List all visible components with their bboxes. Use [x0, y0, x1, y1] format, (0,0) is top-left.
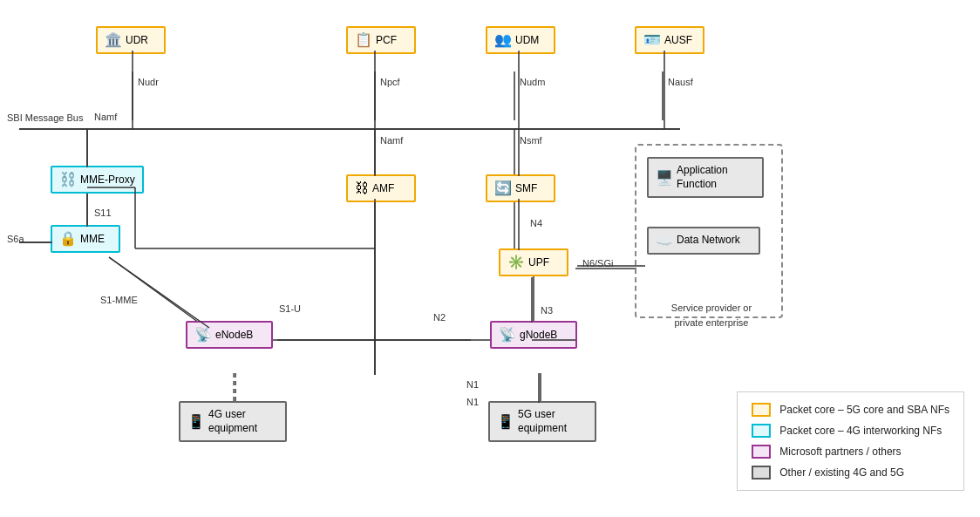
upf-label: UPF: [528, 256, 549, 269]
npcf-label: Npcf: [380, 77, 400, 87]
legend-item-cyan: Packet core – 4G interworking NFs: [752, 424, 949, 438]
upf-icon: ✳️: [507, 255, 525, 269]
mme-label: MME: [80, 233, 105, 245]
legend-text-cyan: Packet core – 4G interworking NFs: [779, 425, 942, 437]
ausf-icon: 🪪: [643, 33, 661, 47]
amf-icon: ⛓: [355, 181, 369, 195]
diagram: 🏛️ UDR 📋 PCF 👥 UDM 🪪 AUSF Nudr Npcf Nudm…: [0, 0, 980, 517]
legend-box-cyan: [752, 424, 771, 438]
svg-line-10: [109, 257, 205, 327]
mme-proxy-node: ⛓️ MME-Proxy: [51, 166, 144, 194]
enodeb-node: 📡 eNodeB: [186, 321, 273, 349]
namf-amf-label: Namf: [380, 135, 403, 146]
n2-label: N2: [433, 312, 446, 323]
legend-box-yellow: [752, 403, 771, 417]
s1mme-label: S1-MME: [100, 295, 138, 305]
s6a-label: S6a: [7, 234, 24, 244]
af-node: 🖥️ Application Function: [647, 157, 764, 198]
pcf-node: 📋 PCF: [346, 26, 416, 54]
ue5g-node: 📱 5G user equipment: [488, 401, 596, 442]
n4-label: N4: [530, 218, 542, 228]
service-provider-label: Service provider orprivate enterprise: [647, 301, 776, 330]
n1-top-label: N1: [466, 379, 479, 390]
nudm-label: Nudm: [520, 77, 545, 87]
udr-node: 🏛️ UDR: [96, 26, 166, 54]
udr-label: UDR: [126, 34, 148, 46]
s1u-label: S1-U: [279, 303, 301, 314]
af-icon: 🖥️: [656, 171, 673, 185]
amf-node: ⛓ AMF: [346, 174, 416, 202]
legend-box-gray: [752, 466, 771, 480]
legend: Packet core – 5G core and SBA NFs Packet…: [737, 391, 964, 491]
ue4g-icon: 📱: [187, 415, 205, 429]
ausf-label: AUSF: [664, 34, 692, 46]
pcf-icon: 📋: [355, 33, 372, 47]
mme-proxy-label: MME-Proxy: [80, 173, 135, 186]
ue4g-label: 4G user equipment: [208, 408, 278, 435]
udm-icon: 👥: [494, 33, 512, 47]
amf-label: AMF: [372, 182, 394, 194]
dn-label: Data Network: [677, 234, 740, 248]
dn-icon: ☁️: [656, 234, 673, 248]
nausf-label: Nausf: [668, 77, 693, 87]
smf-icon: 🔄: [494, 181, 512, 195]
udr-icon: 🏛️: [105, 33, 122, 47]
namf-left-label: Namf: [94, 112, 117, 122]
legend-text-yellow: Packet core – 5G core and SBA NFs: [779, 404, 949, 416]
upf-node: ✳️ UPF: [499, 248, 568, 276]
sbi-label: SBI Message Bus: [7, 112, 83, 125]
n1-bot-label: N1: [466, 397, 479, 407]
legend-item-purple: Microsoft partners / others: [752, 445, 949, 459]
enodeb-label: eNodeB: [215, 329, 253, 341]
smf-label: SMF: [515, 182, 537, 194]
nudr-label: Nudr: [138, 77, 159, 87]
svg-line-30: [109, 257, 209, 328]
legend-box-purple: [752, 445, 771, 459]
legend-item-gray: Other / existing 4G and 5G: [752, 466, 949, 480]
gnodeb-node: 📡 gNodeB: [490, 321, 577, 349]
legend-item-yellow: Packet core – 5G core and SBA NFs: [752, 403, 949, 417]
udm-label: UDM: [515, 34, 539, 46]
ue5g-label: 5G user equipment: [518, 408, 588, 435]
legend-text-purple: Microsoft partners / others: [779, 446, 901, 458]
ue4g-node: 📱 4G user equipment: [179, 401, 287, 442]
pcf-label: PCF: [376, 34, 397, 46]
gnodeb-label: gNodeB: [520, 329, 557, 341]
mme-node: 🔒 MME: [51, 225, 120, 253]
udm-node: 👥 UDM: [486, 26, 555, 54]
mme-proxy-icon: ⛓️: [59, 173, 77, 187]
nsmf-label: Nsmf: [520, 135, 542, 146]
legend-text-gray: Other / existing 4G and 5G: [779, 466, 904, 479]
gnodeb-icon: 📡: [499, 328, 516, 342]
n3-label: N3: [541, 305, 553, 316]
af-label: Application Function: [677, 164, 755, 191]
smf-node: 🔄 SMF: [486, 174, 555, 202]
enodeb-icon: 📡: [194, 328, 212, 342]
s11-label: S11: [94, 207, 112, 218]
dn-node: ☁️ Data Network: [647, 227, 760, 255]
ausf-node: 🪪 AUSF: [635, 26, 704, 54]
n6sgi-label: N6/SGi: [582, 258, 613, 269]
ue5g-icon: 📱: [497, 415, 514, 429]
mme-icon: 🔒: [59, 232, 77, 246]
